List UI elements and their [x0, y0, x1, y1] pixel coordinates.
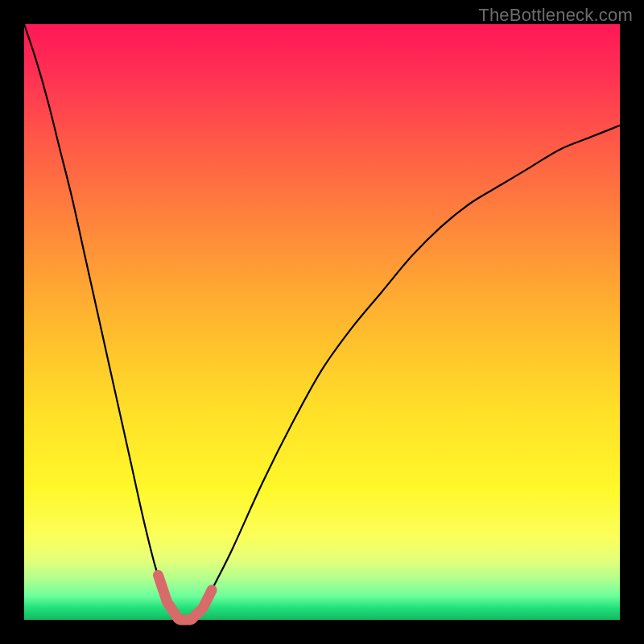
bottleneck-curve-highlight — [159, 576, 213, 621]
chart-plot-area — [24, 24, 620, 620]
bottleneck-curve-svg — [24, 24, 620, 620]
watermark-text: TheBottleneck.com — [478, 5, 633, 26]
bottleneck-curve-path — [24, 24, 620, 621]
